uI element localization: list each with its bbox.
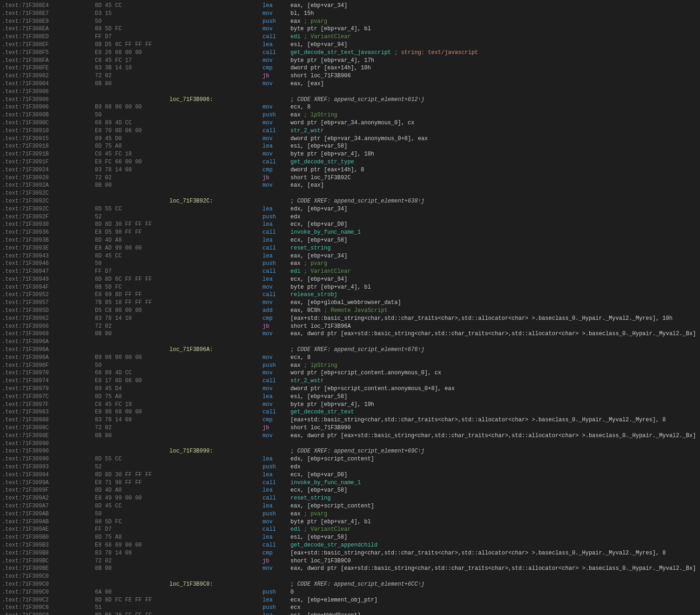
disasm-line[interactable]: .text:71F3092872 02jbshort loc_71F3B92C <box>0 174 700 182</box>
disasm-line[interactable]: .text:71F3096672 02jbshort loc_71F3B96A <box>0 323 700 331</box>
line-bytes: 89 45 D0 <box>95 135 169 143</box>
line-bytes: 72 02 <box>95 323 169 331</box>
disasm-line[interactable]: .text:71F3097FC6 45 FC 19movbyte ptr [eb… <box>0 401 700 409</box>
disasm-line[interactable]: .text:71F309BE8B 00moveax, dword ptr [ea… <box>0 565 700 573</box>
line-label <box>169 315 262 323</box>
disasm-line[interactable]: .text:71F30990 <box>0 440 700 448</box>
line-bytes: 88 5D FC <box>95 518 169 526</box>
disasm-line[interactable]: .text:71F3096283 78 14 10cmp[eax+std::ba… <box>0 315 700 323</box>
disasm-line[interactable]: .text:71F3099AE8 71 98 FF FFcallinvoke_b… <box>0 479 700 487</box>
disasm-line[interactable]: .text:71F309C851pushecx <box>0 604 700 612</box>
disasm-line[interactable]: .text:71F3092483 78 14 08cmpdword ptr [e… <box>0 166 700 174</box>
disasm-line[interactable]: .text:71F3098E8B 00moveax, dword ptr [ea… <box>0 432 700 440</box>
disasm-line[interactable]: .text:71F309B08D 75 A8leaesi, [ebp+var_5… <box>0 534 700 541</box>
disasm-line[interactable]: .text:71F30906loc_71F3B906: ; CODE XREF:… <box>0 96 700 104</box>
disasm-line[interactable]: .text:71F3094650pusheax ; pvarg <box>0 260 700 268</box>
disasm-line[interactable]: .text:71F3092F52pushedx <box>0 213 700 221</box>
disasm-line[interactable]: .text:71F3099F8D 4D A8leaecx, [ebp+var_5… <box>0 487 700 494</box>
disasm-line[interactable]: .text:71F30974E8 17 0D 06 00callstr_2_ws… <box>0 377 700 385</box>
disasm-line[interactable]: .text:71F3090C66 89 4D CCmovword ptr [eb… <box>0 119 700 127</box>
disasm-line[interactable]: .text:71F309C0 <box>0 573 700 581</box>
disasm-line[interactable]: .text:71F309308D 8D 30 FF FF FFleaecx, [… <box>0 221 700 229</box>
line-address: .text:71F3092C <box>2 205 95 213</box>
disasm-line[interactable]: .text:71F3092A8B 00moveax, [eax] <box>0 182 700 189</box>
disasm-line[interactable]: .text:71F30910E8 70 0D 06 00callstr_2_ws… <box>0 127 700 135</box>
disasm-line[interactable]: .text:71F309948D 8D 30 FF FF FFleaecx, [… <box>0 471 700 479</box>
disasm-line[interactable]: .text:71F309C28D 8D FC FE FF FFleaecx, [… <box>0 596 700 604</box>
disasm-line[interactable]: .text:71F3092C <box>0 189 700 197</box>
line-bytes: 8B D5 6C FF FF FF <box>95 41 169 49</box>
disasm-line[interactable]: .text:71F309A2E8 49 99 00 00callreset_st… <box>0 494 700 502</box>
disasm-line[interactable]: .text:71F3099352pushedx <box>0 463 700 471</box>
disasm-line[interactable]: .text:71F309048B 00moveax, [eax] <box>0 80 700 88</box>
line-operands: eax ; lpString <box>290 111 698 119</box>
disasm-line[interactable]: .text:71F309AEFF D7calledi ; VariantClea… <box>0 526 700 534</box>
disasm-line[interactable]: .text:71F3091FE8 FC 66 00 00callget_deco… <box>0 158 700 166</box>
disasm-line[interactable]: .text:71F30952E8 69 8D FF FFcallrelease_… <box>0 291 700 299</box>
line-address: .text:71F3099A <box>2 479 95 487</box>
disasm-line[interactable]: .text:71F3098C72 02jbshort loc_71F3B990 <box>0 424 700 432</box>
line-label <box>169 557 262 565</box>
line-mnemonic: jb <box>262 424 290 432</box>
disasm-line[interactable]: .text:71F309BC72 02jbshort loc_71F3B9C0 <box>0 557 700 565</box>
disasm-line[interactable]: .text:71F30990loc_71F3B990: ; CODE XREF:… <box>0 447 700 455</box>
disasm-line[interactable]: .text:71F309438D 45 CCleaeax, [ebp+var_3… <box>0 252 700 260</box>
disasm-line[interactable]: .text:71F3096A <box>0 338 700 346</box>
disasm-line[interactable]: .text:71F3094F8B 5D FCmovbyte ptr [ebp+v… <box>0 284 700 291</box>
disasm-line[interactable]: .text:71F308FE83 3B 14 10cmpdword ptr [e… <box>0 64 700 72</box>
disasm-line[interactable]: .text:71F309A78D 45 CCleaeax, [ebp+scrip… <box>0 502 700 510</box>
disasm-line[interactable]: .text:71F308E48D 45 CCleaeax, [ebp+var_3… <box>0 2 700 10</box>
disasm-line[interactable]: .text:71F309188D 75 A8leaesi, [ebp+var_5… <box>0 142 700 150</box>
disasm-line[interactable]: .text:71F30906 <box>0 88 700 96</box>
disasm-line[interactable]: .text:71F309577B 85 18 FF FF FFmoveax, [… <box>0 299 700 307</box>
line-label <box>169 330 262 338</box>
disasm-line[interactable]: .text:71F309908D 55 CCleaedx, [ebp+scrip… <box>0 455 700 463</box>
disasm-line[interactable]: .text:71F3093EE8 AD 99 00 00callreset_st… <box>0 244 700 252</box>
disasm-line[interactable]: .text:71F308F5E8 26 68 00 00callget_deco… <box>0 49 700 57</box>
disasm-line[interactable]: .text:71F3096Aloc_71F3B96A: ; CODE XREF:… <box>0 346 700 354</box>
line-bytes: 72 02 <box>95 174 169 182</box>
disasm-line[interactable]: .text:71F30947FF D7calledi ; VariantClea… <box>0 268 700 276</box>
disasm-line[interactable]: .text:71F3097066 89 4D CCmovword ptr [eb… <box>0 369 700 377</box>
disasm-line[interactable]: .text:71F3092C8D 55 CCleaedx, [ebp+var_3… <box>0 205 700 213</box>
disasm-line[interactable]: .text:71F3095DD5 C8 00 00 00addeax, 0C8h… <box>0 307 700 315</box>
disasm-line[interactable]: .text:71F308EDFF D7calledi ; VariantClea… <box>0 33 700 41</box>
disasm-line[interactable]: .text:71F308FAC6 45 FC 17movbyte ptr [eb… <box>0 57 700 65</box>
disasm-line[interactable]: .text:71F3097989 45 D4movdword ptr [ebp+… <box>0 385 700 393</box>
disasm-line[interactable]: .text:71F3090B50pusheax ; lpString <box>0 111 700 119</box>
disasm-line[interactable]: .text:71F3098883 78 14 08cmp[eax+std::ba… <box>0 416 700 424</box>
disasm-line[interactable]: .text:71F3092Cloc_71F3B92C: ; CODE XREF:… <box>0 197 700 205</box>
disasm-line[interactable]: .text:71F309AB50pusheax ; pvarg <box>0 510 700 518</box>
disasm-line[interactable]: .text:71F309B883 78 14 08cmp[eax+std::ba… <box>0 549 700 557</box>
line-address: .text:71F308E7 <box>2 10 95 18</box>
disasm-line[interactable]: .text:71F3090272 02jbshort loc_71F3B906 <box>0 72 700 80</box>
line-operands: short loc_71F3B906 <box>290 72 698 80</box>
disasm-line[interactable]: .text:71F308E950pusheax ; pvarg <box>0 18 700 26</box>
disasm-line[interactable]: .text:71F308EA88 5D FCmovbyte ptr [ebp+v… <box>0 25 700 33</box>
line-bytes: 8D 55 CC <box>95 455 169 463</box>
disasm-line[interactable]: .text:71F309B3E8 68 69 00 00callget_deco… <box>0 541 700 549</box>
disasm-line[interactable]: .text:71F30906B9 08 00 00 00movecx, 8 <box>0 103 700 111</box>
line-bytes: 50 <box>95 260 169 268</box>
disasm-line[interactable]: .text:71F3096F50pusheax ; lpString <box>0 362 700 370</box>
disasm-line[interactable]: .text:71F3093B8D 4D A8leaecx, [ebp+var_5… <box>0 237 700 244</box>
disasm-line[interactable]: .text:71F309C06A 00push0 <box>0 588 700 596</box>
line-operands: eax ; pvarg <box>290 510 698 518</box>
disasm-line[interactable]: .text:71F3091589 45 D0movdword ptr [ebp+… <box>0 135 700 143</box>
disasm-line[interactable]: .text:71F309688B 00moveax, dword ptr [ea… <box>0 330 700 338</box>
disasm-line[interactable]: .text:71F308EF8B D5 6C FF FF FFleaesi, [… <box>0 41 700 49</box>
disasm-line[interactable]: .text:71F309C98D B5 28 FF FF FFleaesi, [… <box>0 612 700 615</box>
disasm-line[interactable]: .text:71F309498D 8D 6C FF FF FFleaecx, [… <box>0 276 700 284</box>
disasm-line[interactable]: .text:71F309AB88 5D FCmovbyte ptr [ebp+v… <box>0 518 700 526</box>
disasm-line[interactable]: .text:71F30983E8 98 68 00 00callget_deco… <box>0 408 700 416</box>
disasm-line[interactable]: .text:71F308E7D3 15movbl, 15h <box>0 10 700 18</box>
disasm-line[interactable]: .text:71F3097C8D 75 A8leaesi, [ebp+var_5… <box>0 393 700 401</box>
line-address: .text:71F309C0 <box>2 573 95 581</box>
disasm-line[interactable]: .text:71F3091BC6 45 FC 18movbyte ptr [eb… <box>0 150 700 158</box>
disasm-line[interactable]: .text:71F309C0loc_71F3B9C0: ; CODE XREF:… <box>0 581 700 588</box>
line-operands: str_2_wstr <box>290 377 698 385</box>
disasm-line[interactable]: .text:71F3096AB9 08 00 00 00movecx, 8 <box>0 354 700 362</box>
disasm-line[interactable]: .text:71F30936E8 D5 98 FF FFcallinvoke_b… <box>0 229 700 237</box>
line-label <box>169 455 262 463</box>
line-bytes: 72 02 <box>95 557 169 565</box>
